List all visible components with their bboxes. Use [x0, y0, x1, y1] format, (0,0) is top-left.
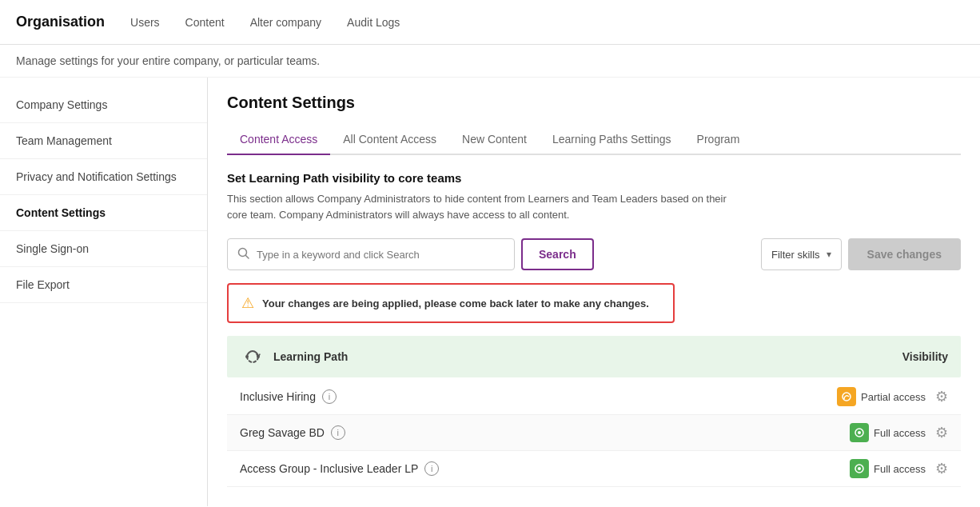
gear-icon-inclusive-hiring[interactable]: ⚙	[935, 388, 948, 405]
page-title: Content Settings	[227, 94, 961, 112]
row-visibility-greg-savage: Full access ⚙	[850, 423, 948, 442]
nav-item-alter-company[interactable]: Alter company	[250, 13, 321, 32]
svg-point-6	[858, 431, 861, 434]
tab-all-content-access[interactable]: All Content Access	[330, 125, 449, 155]
tab-bar: Content Access All Content Access New Co…	[227, 125, 961, 155]
info-icon-access-group[interactable]: i	[424, 461, 439, 476]
sidebar-item-team-management[interactable]: Team Management	[0, 123, 207, 159]
brand-label: Organisation	[16, 14, 105, 30]
svg-line-1	[246, 255, 249, 258]
filter-skills-label: Filter skills	[771, 249, 820, 261]
page-subtitle: Manage settings for your entire company,…	[0, 45, 980, 78]
row-visibility-access-group: Full access ⚙	[850, 459, 948, 478]
info-icon-greg-savage[interactable]: i	[331, 425, 345, 440]
table-row: Inclusive Hiring i Partial access ⚙	[227, 379, 961, 415]
sidebar: Company Settings Team Management Privacy…	[0, 78, 208, 506]
tab-content-access[interactable]: Content Access	[227, 125, 330, 155]
nav-item-users[interactable]: Users	[130, 13, 160, 32]
full-access-icon	[850, 423, 869, 442]
top-nav: Organisation Users Content Alter company…	[0, 0, 980, 45]
search-button[interactable]: Search	[521, 238, 594, 270]
table-row: Access Group - Inclusive Leader LP i Ful…	[227, 451, 961, 487]
access-badge-full-2: Full access	[850, 459, 926, 478]
gear-icon-access-group[interactable]: ⚙	[935, 460, 948, 477]
svg-point-2	[245, 355, 249, 358]
partial-access-icon	[837, 387, 856, 406]
sidebar-item-single-sign-on[interactable]: Single Sign-on	[0, 231, 207, 267]
svg-point-8	[858, 467, 861, 470]
search-input-wrapper[interactable]	[227, 238, 515, 270]
content-area: Content Settings Content Access All Cont…	[208, 78, 980, 506]
section-desc: This section allows Company Administrato…	[227, 191, 739, 222]
table-path-header: Learning Path	[273, 350, 902, 363]
sidebar-item-company-settings[interactable]: Company Settings	[0, 87, 207, 123]
tab-program[interactable]: Program	[684, 125, 753, 155]
filter-skills-dropdown[interactable]: Filter skills ▾	[761, 238, 842, 270]
warning-icon: ⚠	[241, 294, 254, 312]
row-label-greg-savage: Greg Savage BD i	[240, 425, 850, 440]
row-label-access-group: Access Group - Inclusive Leader LP i	[240, 461, 850, 476]
sidebar-item-file-export[interactable]: File Export	[0, 267, 207, 303]
search-input[interactable]	[257, 249, 504, 261]
access-badge-full: Full access	[850, 423, 926, 442]
access-badge-partial: Partial access	[837, 387, 926, 406]
svg-point-4	[843, 393, 851, 401]
sidebar-item-privacy-notification[interactable]: Privacy and Notification Settings	[0, 159, 207, 195]
warning-banner: ⚠ Your changes are being applied, please…	[227, 283, 675, 323]
save-changes-button[interactable]: Save changes	[848, 238, 961, 270]
tab-learning-paths-settings[interactable]: Learning Paths Settings	[540, 125, 684, 155]
full-access-icon-2	[850, 459, 869, 478]
section-title: Set Learning Path visibility to core tea…	[227, 171, 961, 185]
tab-new-content[interactable]: New Content	[449, 125, 540, 155]
main-layout: Company Settings Team Management Privacy…	[0, 78, 980, 506]
row-visibility-inclusive-hiring: Partial access ⚙	[837, 387, 948, 406]
table-header: Learning Path Visibility	[227, 336, 961, 377]
row-label-inclusive-hiring: Inclusive Hiring i	[240, 389, 837, 404]
nav-item-audit-logs[interactable]: Audit Logs	[347, 13, 400, 32]
info-icon-inclusive-hiring[interactable]: i	[322, 389, 337, 404]
search-icon	[237, 247, 250, 262]
learning-path-icon	[240, 344, 265, 369]
warning-text: Your changes are being applied, please c…	[262, 297, 649, 309]
table-row: Greg Savage BD i Full access ⚙	[227, 415, 961, 451]
gear-icon-greg-savage[interactable]: ⚙	[935, 424, 948, 441]
nav-item-content[interactable]: Content	[185, 13, 225, 32]
chevron-down-icon: ▾	[827, 249, 831, 260]
sidebar-item-content-settings[interactable]: Content Settings	[0, 195, 207, 231]
table-visibility-header: Visibility	[902, 350, 948, 363]
search-row: Search Filter skills ▾ Save changes	[227, 238, 961, 270]
